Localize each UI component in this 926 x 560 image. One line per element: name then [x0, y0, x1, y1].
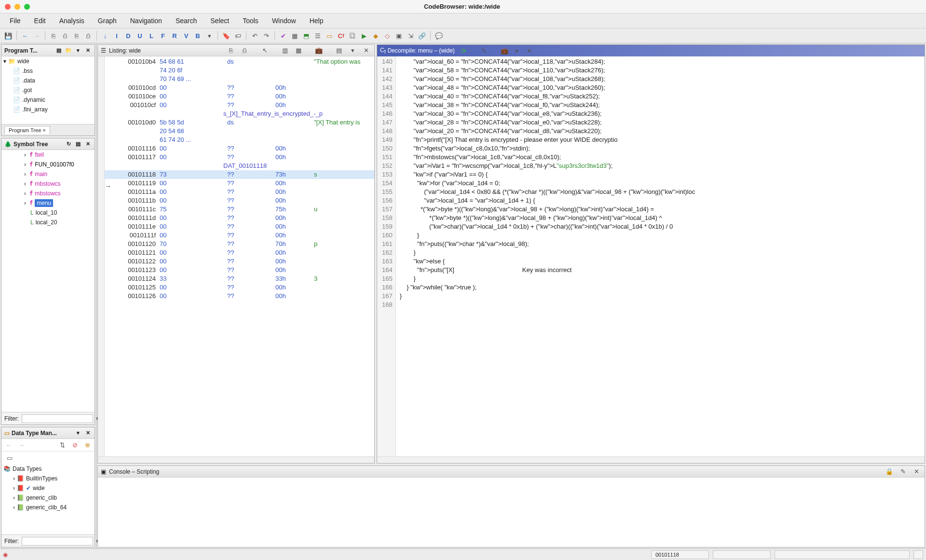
- listing-row[interactable]: 0010112600??00h: [98, 292, 374, 300]
- lst-btn-icon[interactable]: ▥: [280, 45, 290, 56]
- decompile-line[interactable]: "var">local_20 = "fn">CONCAT44("var">loc…: [400, 127, 695, 136]
- paste2-icon[interactable]: ⎙: [83, 30, 94, 41]
- pt-btn3-icon[interactable]: ▾: [74, 47, 82, 55]
- mem-icon[interactable]: ▦: [289, 30, 300, 41]
- close-panel-icon[interactable]: ✕: [84, 47, 92, 55]
- list-icon[interactable]: ☰: [313, 30, 323, 41]
- decompile-line[interactable]: "var">local_40 = "fn">CONCAT44("var">loc…: [400, 92, 695, 101]
- close-panel-icon[interactable]: ✕: [524, 45, 535, 56]
- listing-row[interactable]: 0010111e00??00h: [98, 222, 374, 231]
- l-icon[interactable]: L: [146, 30, 157, 41]
- symbol-filter-input[interactable]: [22, 414, 93, 423]
- run-icon[interactable]: ▶: [359, 30, 369, 41]
- listing-row[interactable]: 0010112070??70hp: [98, 240, 374, 248]
- listing-row[interactable]: 0010111f00??00h: [98, 231, 374, 240]
- decompile-line[interactable]: "var">local_30 = "fn">CONCAT44("var">loc…: [400, 109, 695, 118]
- menu-tools[interactable]: Tools: [237, 15, 264, 27]
- pt-btn1-icon[interactable]: ▤: [55, 47, 63, 55]
- lst-btn-icon[interactable]: ⎘: [226, 45, 236, 56]
- i-icon[interactable]: I: [111, 30, 122, 41]
- listing-row[interactable]: 0010112200??00h: [98, 257, 374, 266]
- f-icon[interactable]: F: [158, 30, 168, 41]
- decompile-line[interactable]: ("var">local_1d4 < 0x80 && (*("kw">char …: [400, 188, 695, 196]
- decompile-body[interactable]: 1401411421431441451461471481491501511521…: [377, 56, 925, 456]
- decompile-line[interactable]: "fn">fgets("var">local_c8,0x10,"fn">stdi…: [400, 144, 695, 153]
- listing-row[interactable]: 0010112433??33h3: [98, 274, 374, 283]
- lst-btn-icon[interactable]: 💼: [313, 45, 324, 56]
- decompile-line[interactable]: "var">local_48 = "fn">CONCAT44("var">loc…: [400, 83, 695, 92]
- menu-window[interactable]: Window: [266, 15, 302, 27]
- lst-btn-icon[interactable]: ⎙: [239, 45, 250, 56]
- dtm-item[interactable]: generic_clib_64: [26, 504, 67, 511]
- edit-icon[interactable]: ✎: [479, 45, 490, 56]
- r-icon[interactable]: R: [169, 30, 180, 41]
- listing-row[interactable]: 001010b454 68 61ds"That option was: [98, 57, 374, 66]
- dtm-root[interactable]: Data Types: [13, 465, 41, 472]
- drop-icon[interactable]: ▾: [204, 30, 215, 41]
- minimize-icon[interactable]: [14, 4, 20, 10]
- listing-row[interactable]: 001010ce00??00h: [98, 92, 374, 101]
- dtm-c-icon[interactable]: ⊗: [82, 440, 93, 451]
- dtm-b-icon[interactable]: ⊘: [69, 440, 80, 451]
- symbol-name[interactable]: FUN_001007f0: [35, 161, 74, 168]
- script-icon[interactable]: ⬒: [301, 30, 312, 41]
- decompile-line[interactable]: }: [400, 231, 695, 240]
- forward-icon[interactable]: →: [31, 30, 42, 41]
- listing-row[interactable]: 0010112500??00h: [98, 283, 374, 292]
- decompile-line[interactable]: "kw">else {: [400, 257, 695, 266]
- listing-row[interactable]: 61 74 20 ...: [98, 136, 374, 144]
- tag-icon[interactable]: 🔖: [221, 30, 232, 41]
- symbol-name[interactable]: ftell: [35, 151, 44, 158]
- zoom-icon[interactable]: [24, 4, 30, 10]
- decompile-line[interactable]: *("kw">byte *)(("kw">long)&"var">local_9…: [400, 205, 695, 214]
- program-tree-tab[interactable]: Program Tree ×: [4, 126, 50, 134]
- symbol-tree-item[interactable]: ›fmenu: [1, 198, 95, 208]
- close-panel-icon[interactable]: ✕: [361, 45, 371, 56]
- symbol-tree-item[interactable]: ›fmbstowcs: [1, 189, 95, 198]
- symbol-tree-item[interactable]: ›fftell: [1, 150, 95, 160]
- lock-icon[interactable]: 🔒: [884, 466, 895, 477]
- symbol-name[interactable]: local_10: [36, 209, 57, 216]
- menu-analysis[interactable]: Analysis: [54, 15, 90, 27]
- symbol-tree-item[interactable]: ›fFUN_001007f0: [1, 160, 95, 169]
- bubble-icon[interactable]: 💬: [434, 30, 444, 41]
- export-icon[interactable]: ⇲: [405, 30, 416, 41]
- drop-icon[interactable]: ▾: [512, 45, 522, 56]
- decompile-line[interactable]: *("kw">byte *)(("kw">long)&"var">local_9…: [400, 214, 695, 222]
- st-btn1-icon[interactable]: ↻: [65, 140, 72, 148]
- listing-row[interactable]: 0010111a00??00h: [98, 188, 374, 196]
- dtm-drop-icon[interactable]: ▾: [74, 429, 82, 437]
- link-icon[interactable]: 🔗: [417, 30, 427, 41]
- pt-item[interactable]: .got: [22, 87, 32, 94]
- listing-row[interactable]: 0010111c75??75hu: [98, 205, 374, 214]
- close-panel-icon[interactable]: ✕: [911, 466, 922, 477]
- lst-cursor-icon[interactable]: ↖: [259, 45, 270, 56]
- listing-row[interactable]: 0010112300??00h: [98, 266, 374, 274]
- b-icon[interactable]: B: [192, 30, 203, 41]
- tree-icon[interactable]: ⿻: [347, 30, 358, 41]
- symbol-name[interactable]: main: [35, 171, 47, 178]
- listing-row[interactable]: 0010111600??00h: [98, 144, 374, 153]
- symbol-tree-item[interactable]: ›fmbstowcs: [1, 179, 95, 189]
- decompile-line[interactable]: "kw">if ("var">iVar1 == 0) {: [400, 170, 695, 179]
- menu-graph[interactable]: Graph: [92, 15, 123, 27]
- menu-select[interactable]: Select: [204, 15, 235, 27]
- decompile-line[interactable]: "kw">for ("var">local_1d4 = 0;: [400, 179, 695, 188]
- diamond2-icon[interactable]: ◇: [382, 30, 393, 41]
- listing-row[interactable]: 001010cf00??00h: [98, 101, 374, 109]
- decompile-line[interactable]: } "kw">while( "kw">true );: [400, 283, 695, 292]
- listing-row[interactable]: 0010112100??00h: [98, 248, 374, 257]
- pt-item[interactable]: .dynamic: [22, 96, 45, 103]
- decompile-line[interactable]: [400, 300, 695, 309]
- listing-label-row[interactable]: DAT_00101118: [98, 162, 374, 170]
- listing-hscroll[interactable]: [98, 456, 374, 463]
- listing-row[interactable]: 0010111b00??00h: [98, 196, 374, 205]
- listing-row[interactable]: 0010111900??00h: [98, 179, 374, 188]
- symbol-tree-item[interactable]: Llocal_10: [1, 208, 95, 218]
- decompile-line[interactable]: ("kw">char)("var">local_1d4 * 0x1b) + ("…: [400, 222, 695, 231]
- back-icon[interactable]: ←: [20, 30, 30, 41]
- menu-search[interactable]: Search: [170, 15, 203, 27]
- decompile-line[interactable]: "fn">printf("[X] That entry is encrypted…: [400, 136, 695, 144]
- listing-row[interactable]: 0010111873??73hs: [98, 170, 374, 179]
- dt-icon[interactable]: ▭: [324, 30, 335, 41]
